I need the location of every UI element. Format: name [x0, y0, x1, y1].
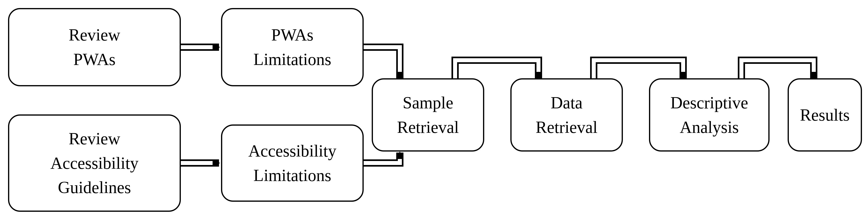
box-accessibility-limitations: AccessibilityLimitations	[221, 124, 364, 202]
arrow-acc-limitations-to-sample	[363, 153, 400, 164]
box-label: AccessibilityLimitations	[248, 139, 337, 188]
arrow-pwas-limitations-to-sample	[363, 46, 400, 78]
box-label: SampleRetrieval	[397, 90, 459, 140]
box-label: Results	[800, 103, 849, 127]
box-pwas-limitations: PWAsLimitations	[221, 8, 364, 86]
box-review-pwas: ReviewPWAs	[8, 8, 181, 86]
box-label: DescriptiveAnalysis	[670, 90, 748, 140]
box-descriptive-analysis: DescriptiveAnalysis	[649, 78, 770, 152]
arrow-descriptive-to-results	[741, 60, 814, 79]
box-label: PWAsLimitations	[253, 23, 331, 72]
box-results: Results	[787, 78, 862, 152]
box-label: ReviewAccessibilityGuidelines	[51, 126, 138, 200]
arrow-data-to-descriptive	[594, 60, 683, 79]
box-review-accessibility-guidelines: ReviewAccessibilityGuidelines	[8, 114, 181, 212]
box-data-retrieval: DataRetrieval	[510, 78, 623, 152]
arrow-sample-to-data	[455, 60, 538, 79]
box-label: ReviewPWAs	[69, 23, 120, 72]
box-sample-retrieval: SampleRetrieval	[372, 78, 484, 152]
box-label: DataRetrieval	[536, 90, 597, 140]
